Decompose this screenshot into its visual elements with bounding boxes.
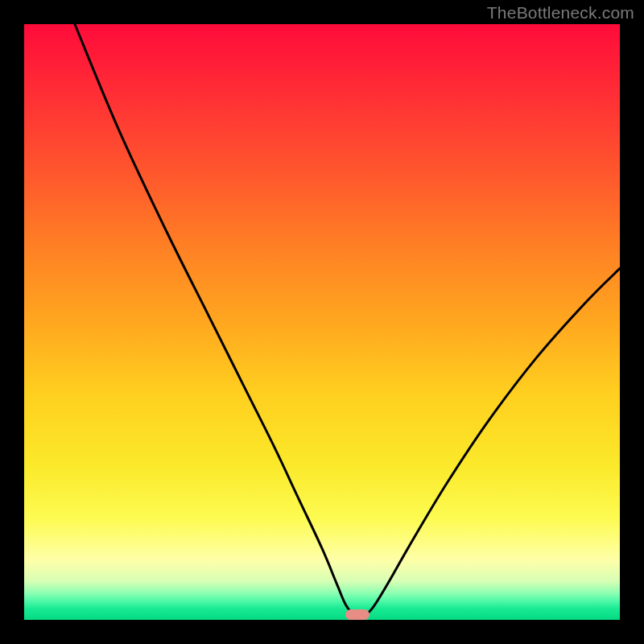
trough-marker (345, 609, 369, 620)
chart-frame: TheBottleneck.com (0, 0, 644, 644)
bottleneck-curve (24, 24, 620, 620)
plot-area (24, 24, 620, 620)
watermark-text: TheBottleneck.com (487, 3, 634, 23)
